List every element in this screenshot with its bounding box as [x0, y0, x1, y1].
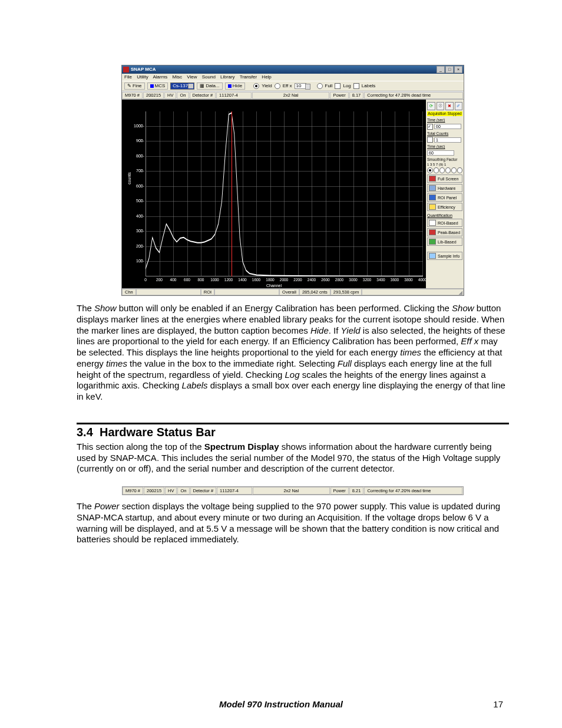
info-icon	[429, 253, 436, 259]
hide-button[interactable]: Hide	[225, 83, 245, 90]
y-tick: 800-	[133, 154, 144, 158]
log-label: Log	[343, 84, 351, 88]
power-description: The Power section displays the voltage b…	[77, 501, 509, 545]
data-button[interactable]: ▦ Data...	[197, 83, 223, 90]
menu-help[interactable]: Help	[262, 74, 271, 80]
hide-icon	[228, 84, 232, 88]
menu-view[interactable]: View	[187, 74, 197, 80]
fig-detector-label: Detector #	[190, 487, 217, 495]
labels-check[interactable]	[353, 83, 359, 89]
time-sec-input[interactable]: 60	[434, 124, 461, 129]
total-counts-input[interactable]: 1	[434, 137, 461, 143]
full-radio[interactable]	[317, 83, 323, 89]
hv-value: On	[177, 92, 189, 99]
fullscreen-icon	[429, 176, 436, 182]
x-tick: 3600	[391, 278, 399, 282]
section-rule	[77, 423, 509, 424]
efficiency-icon	[429, 204, 436, 210]
hw-bar-intro: This section along the top of the Spectr…	[77, 442, 509, 475]
brush-icon[interactable]: ✐	[455, 102, 463, 110]
x-tick: 2400	[308, 278, 316, 282]
pause-icon[interactable]: ⦿	[437, 102, 445, 110]
full-label: Full	[325, 84, 333, 88]
isotope-select[interactable]: Cs-137	[170, 83, 194, 90]
y-tick: 1000-	[133, 124, 144, 128]
app-icon	[123, 67, 129, 73]
start-icon[interactable]: ⟳	[427, 102, 435, 110]
fig-m970-label: M970 #	[123, 487, 143, 495]
delete-icon[interactable]: ✖	[445, 102, 454, 110]
total-counts-check[interactable]	[427, 137, 433, 143]
chn-label: Chn	[122, 289, 136, 296]
y-axis-label: counts	[127, 172, 131, 185]
minimize-button[interactable]: _	[437, 66, 445, 73]
y-tick: 700-	[133, 169, 144, 173]
hardware-button[interactable]: Hardware	[427, 184, 462, 192]
menu-library[interactable]: Library	[220, 74, 234, 80]
x-tick: 200	[156, 278, 163, 282]
magnifier-icon	[429, 220, 436, 226]
maximize-button[interactable]: □	[445, 66, 454, 73]
labels-label: Labels	[362, 84, 376, 88]
resize-grip[interactable]	[458, 290, 462, 295]
peak-icon	[429, 229, 436, 235]
time-box-input[interactable]: 60	[427, 150, 454, 156]
mcs-button[interactable]: MCS	[147, 83, 168, 90]
page-footer: Model 970 Instruction Manual 17	[0, 699, 562, 709]
x-tick: 2600	[321, 278, 329, 282]
y-tick: 600-	[133, 184, 144, 188]
window-title: SNAP MCA	[131, 67, 436, 72]
x-tick: 400	[170, 278, 177, 282]
menu-sound[interactable]: Sound	[202, 74, 216, 80]
snap-mca-window: SNAP MCA _ □ × File Utility Alarms Misc …	[121, 65, 464, 296]
detector-label: Detector #	[190, 92, 216, 99]
menu-file[interactable]: File	[124, 74, 132, 80]
effx-value[interactable]: 10	[295, 83, 306, 89]
fig-power-label: Power	[330, 487, 349, 495]
power-label: Power	[330, 92, 348, 99]
mcs-icon	[150, 84, 154, 88]
effx-radio[interactable]	[275, 83, 280, 89]
menu-alarms[interactable]: Alarms	[153, 74, 167, 80]
x-tick: 3200	[363, 278, 371, 282]
menu-transfer[interactable]: Transfer	[240, 74, 257, 80]
detector-value: 111207-4	[216, 92, 252, 99]
total-counts-label: Total Counts	[427, 132, 462, 136]
roi-label: ROI	[201, 289, 214, 296]
efficiency-button[interactable]: Efficiency	[427, 203, 462, 211]
time-sec-check[interactable]: ✓	[427, 124, 433, 130]
menu-bar: File Utility Alarms Misc View Sound Libr…	[122, 74, 464, 81]
close-button[interactable]: ×	[454, 66, 462, 73]
x-tick: 2000	[280, 278, 288, 282]
roi-based-button[interactable]: ROI-Based	[427, 219, 462, 227]
spectrum-plot[interactable]: counts 100-200-300-400-500-600-700-800-9…	[122, 100, 426, 288]
smoothing-radios[interactable]	[427, 167, 462, 173]
chn-value	[136, 289, 201, 296]
menu-utility[interactable]: Utility	[137, 74, 148, 80]
y-tick: 300-	[133, 229, 144, 233]
yield-label: Yield	[262, 84, 272, 88]
page-number: 17	[493, 699, 503, 709]
x-tick: 600	[184, 278, 190, 282]
fig-hv-value: On	[177, 487, 189, 495]
menu-misc[interactable]: Misc	[173, 74, 182, 80]
fullscreen-button[interactable]: Full Screen	[427, 174, 462, 183]
y-tick: 400-	[133, 214, 144, 218]
detector-desc: 2x2 NaI	[252, 92, 329, 99]
y-tick: 100-	[133, 259, 144, 263]
roi-panel-button[interactable]: ROI Panel	[427, 193, 462, 202]
m970-label: M970 #	[122, 92, 143, 99]
lib-based-button[interactable]: Lib-Based	[427, 238, 462, 246]
overall-cpm: 293,538 cpm	[330, 289, 362, 296]
smoothing-label: Smoothing Factor	[427, 158, 462, 162]
x-tick: 2200	[293, 278, 302, 282]
yield-radio[interactable]	[253, 83, 259, 89]
peak-based-button[interactable]: Peak-Based	[427, 228, 462, 236]
fine-button[interactable]: ✎ Fine	[124, 83, 145, 90]
log-check[interactable]	[335, 83, 340, 89]
x-tick: 1400	[238, 278, 246, 282]
footer-title: Model 970 Instruction Manual	[219, 699, 343, 709]
sample-info-button[interactable]: Sample Info	[427, 252, 462, 260]
title-bar: SNAP MCA _ □ ×	[122, 65, 464, 74]
x-tick: 1000	[210, 278, 219, 282]
